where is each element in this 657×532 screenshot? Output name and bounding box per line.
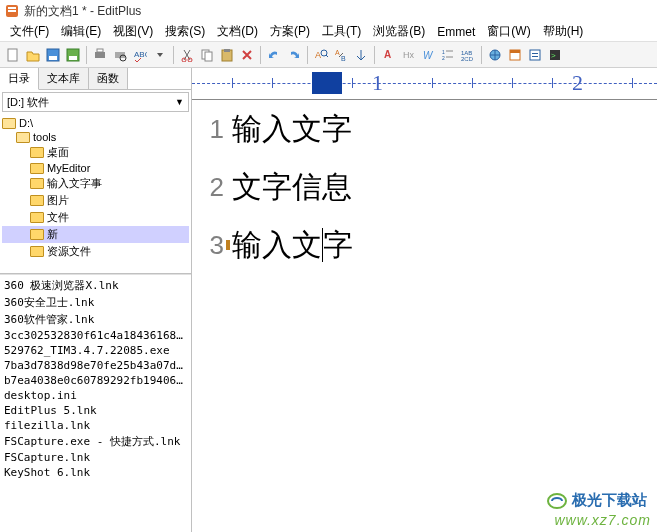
columns-icon[interactable]: 1AB2CD <box>459 46 477 64</box>
settings-icon[interactable] <box>526 46 544 64</box>
tree-item-label: 桌面 <box>47 145 69 160</box>
tree-item[interactable]: 桌面 <box>2 144 189 161</box>
file-item[interactable]: 360 极速浏览器X.lnk <box>2 277 189 294</box>
save-all-icon[interactable] <box>64 46 82 64</box>
text-area[interactable]: 输入文字文字信息输入文字 <box>232 100 657 532</box>
menu-window[interactable]: 窗口(W) <box>481 21 536 42</box>
svg-rect-1 <box>8 7 16 9</box>
tab-textlib[interactable]: 文本库 <box>39 68 89 89</box>
browser-icon[interactable] <box>486 46 504 64</box>
svg-text:2: 2 <box>442 55 445 61</box>
delete-icon[interactable] <box>238 46 256 64</box>
replace-icon[interactable]: AB <box>332 46 350 64</box>
line-number: 3 <box>192 216 224 274</box>
spellcheck-icon[interactable]: ABC <box>131 46 149 64</box>
svg-text:B: B <box>341 55 346 62</box>
text-line[interactable]: 文字信息 <box>232 158 657 216</box>
file-item[interactable]: FSCapture.lnk <box>2 450 189 465</box>
menu-project[interactable]: 方案(P) <box>264 21 316 42</box>
tree-item[interactable]: MyEditor <box>2 161 189 175</box>
svg-point-38 <box>548 494 566 508</box>
editor-content[interactable]: 123 输入文字文字信息输入文字 <box>192 100 657 532</box>
dropdown-icon[interactable] <box>151 46 169 64</box>
svg-rect-5 <box>49 56 57 60</box>
menu-bar: 文件(F) 编辑(E) 视图(V) 搜索(S) 文档(D) 方案(P) 工具(T… <box>0 22 657 42</box>
file-item[interactable]: 3cc302532830f61c4a18436168ff <box>2 328 189 343</box>
window-icon[interactable] <box>506 46 524 64</box>
file-item[interactable]: b7ea4038e0c60789292fb194066a <box>2 373 189 388</box>
tree-item[interactable]: 新 <box>2 226 189 243</box>
wordwrap-icon[interactable]: W <box>419 46 437 64</box>
title-bar: 新的文档1 * - EditPlus <box>0 0 657 22</box>
tree-item[interactable]: 资源文件 <box>2 243 189 260</box>
svg-rect-32 <box>510 50 520 53</box>
svg-text:ABC: ABC <box>134 50 147 59</box>
print-preview-icon[interactable] <box>111 46 129 64</box>
save-icon[interactable] <box>44 46 62 64</box>
tree-item[interactable]: D:\ <box>2 116 189 130</box>
font-color-icon[interactable]: A <box>379 46 397 64</box>
paste-icon[interactable] <box>218 46 236 64</box>
text-line[interactable]: 输入文字 <box>232 216 657 274</box>
file-item[interactable]: 360软件管家.lnk <box>2 311 189 328</box>
svg-text:>: > <box>551 51 556 60</box>
tab-directory[interactable]: 日录 <box>0 68 39 90</box>
ruler[interactable]: 1 2 <box>192 68 657 100</box>
menu-emmet[interactable]: Emmet <box>431 23 481 41</box>
tree-item[interactable]: tools <box>2 130 189 144</box>
svg-rect-35 <box>532 56 538 57</box>
svg-text:A: A <box>384 49 391 60</box>
menu-browser[interactable]: 浏览器(B) <box>367 21 431 42</box>
find-icon[interactable]: A <box>312 46 330 64</box>
menu-help[interactable]: 帮助(H) <box>537 21 590 42</box>
tree-item-label: 输入文字事 <box>47 176 102 191</box>
file-list[interactable]: 360 极速浏览器X.lnk360安全卫士.lnk360软件管家.lnk3cc3… <box>0 274 191 532</box>
ruler-line <box>192 83 657 84</box>
menu-file[interactable]: 文件(F) <box>4 21 55 42</box>
folder-icon <box>30 178 44 189</box>
menu-document[interactable]: 文档(D) <box>211 21 264 42</box>
menu-search[interactable]: 搜索(S) <box>159 21 211 42</box>
folder-icon <box>2 118 16 129</box>
linenumber-icon[interactable]: 12 <box>439 46 457 64</box>
print-icon[interactable] <box>91 46 109 64</box>
file-item[interactable]: 7ba3d7838d98e70fe25b43a07d7e <box>2 358 189 373</box>
open-icon[interactable] <box>24 46 42 64</box>
ruler-number: 1 <box>372 70 383 96</box>
new-file-icon[interactable] <box>4 46 22 64</box>
sidebar: 日录 文本库 函数 [D:] 软件 ▼ D:\tools桌面MyEditor输入… <box>0 68 192 532</box>
drive-selector[interactable]: [D:] 软件 ▼ <box>2 92 189 112</box>
file-item[interactable]: EditPlus 5.lnk <box>2 403 189 418</box>
window-title: 新的文档1 * - EditPlus <box>24 3 141 20</box>
app-icon <box>4 3 20 19</box>
undo-icon[interactable] <box>265 46 283 64</box>
file-item[interactable]: 360安全卫士.lnk <box>2 294 189 311</box>
menu-tools[interactable]: 工具(T) <box>316 21 367 42</box>
cut-icon[interactable] <box>178 46 196 64</box>
terminal-icon[interactable]: > <box>546 46 564 64</box>
file-item[interactable]: FSCapture.exe - 快捷方式.lnk <box>2 433 189 450</box>
tree-item-label: 文件 <box>47 210 69 225</box>
menu-view[interactable]: 视图(V) <box>107 21 159 42</box>
menu-edit[interactable]: 编辑(E) <box>55 21 107 42</box>
tree-item[interactable]: 文件 <box>2 209 189 226</box>
copy-icon[interactable] <box>198 46 216 64</box>
svg-text:A: A <box>335 49 340 56</box>
toolbar: ABC A AB A Hx W 12 1AB2CD > <box>0 42 657 68</box>
highlight-icon[interactable]: Hx <box>399 46 417 64</box>
file-item[interactable]: KeyShot 6.lnk <box>2 465 189 480</box>
redo-icon[interactable] <box>285 46 303 64</box>
folder-tree[interactable]: D:\tools桌面MyEditor输入文字事图片文件新资源文件 <box>0 114 191 274</box>
file-item[interactable]: 529762_TIM3.4.7.22085.exe <box>2 343 189 358</box>
tab-functions[interactable]: 函数 <box>89 68 128 89</box>
file-item[interactable]: filezilla.lnk <box>2 418 189 433</box>
ruler-marker[interactable] <box>312 72 342 94</box>
tree-item[interactable]: 输入文字事 <box>2 175 189 192</box>
svg-rect-7 <box>69 56 77 60</box>
file-item[interactable]: desktop.ini <box>2 388 189 403</box>
tree-item[interactable]: 图片 <box>2 192 189 209</box>
svg-text:2CD: 2CD <box>461 56 474 62</box>
goto-icon[interactable] <box>352 46 370 64</box>
text-line[interactable]: 输入文字 <box>232 100 657 158</box>
svg-text:Hx: Hx <box>403 50 414 60</box>
